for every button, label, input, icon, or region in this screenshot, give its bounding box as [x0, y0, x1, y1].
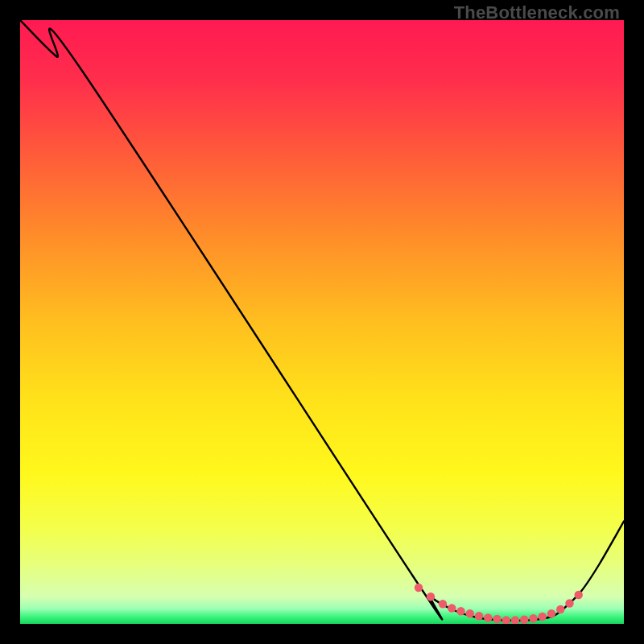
highlight-dot	[475, 612, 483, 620]
highlight-dot	[448, 604, 456, 612]
highlight-dot	[556, 605, 564, 613]
highlight-dot	[529, 614, 537, 622]
highlight-dot	[547, 609, 555, 617]
highlight-dot	[493, 615, 501, 623]
chart-frame	[20, 20, 624, 624]
highlight-dot	[466, 609, 474, 617]
highlight-dot	[456, 607, 464, 615]
highlight-dot	[520, 616, 528, 624]
highlight-dot	[539, 613, 547, 621]
highlight-dot	[427, 592, 435, 601]
highlight-dot	[575, 591, 583, 599]
highlight-dot	[484, 613, 492, 621]
highlight-dot	[439, 600, 447, 608]
bottleneck-chart	[20, 20, 624, 624]
highlight-dot	[415, 584, 423, 592]
highlight-dot	[565, 599, 573, 607]
gradient-background	[20, 20, 624, 624]
